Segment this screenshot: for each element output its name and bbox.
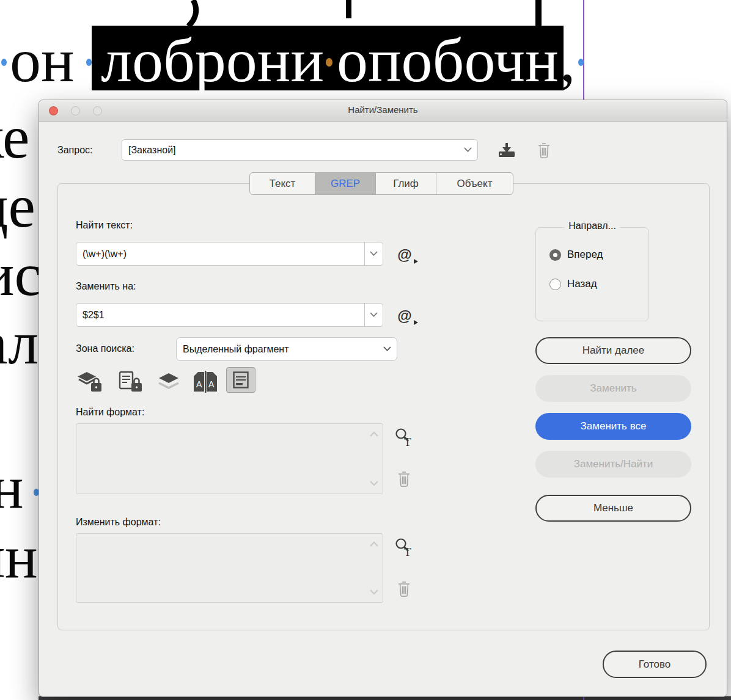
find-next-button[interactable]: Найти далее [535, 337, 691, 364]
descender-fragment [172, 0, 199, 27]
special-characters-menu-icon[interactable]: @ [392, 244, 417, 265]
include-locked-stories-icon[interactable] [116, 369, 145, 395]
direction-backward-label: Назад [567, 278, 597, 290]
scroll-up-icon [369, 539, 379, 550]
direction-forward-label: Вперед [567, 249, 603, 261]
direction-group: Направл... Вперед Назад [535, 227, 649, 321]
tab-grep[interactable]: GREP [315, 172, 376, 195]
include-master-pages-icon[interactable]: A A [191, 369, 220, 395]
chevron-down-icon [458, 147, 477, 153]
tab-object[interactable]: Объект [436, 172, 513, 195]
chevron-down-icon[interactable] [364, 304, 383, 326]
replace-with-label: Заменить на: [76, 281, 136, 292]
chevron-down-icon [377, 346, 397, 352]
space-marker [1, 59, 7, 66]
scroll-down-icon [369, 586, 379, 597]
descender-fragment [535, 0, 542, 27]
direction-legend: Направл... [536, 221, 648, 232]
clipped-text-fragment: це [0, 176, 35, 237]
fewer-options-button[interactable]: Меньше [535, 495, 691, 522]
include-footnotes-icon[interactable] [226, 367, 255, 393]
change-find-button: Заменить/Найти [535, 451, 691, 478]
replace-with-input[interactable]: $2$1 [76, 303, 383, 327]
clipped-text-fragment: н [0, 457, 24, 518]
radio-selected-icon[interactable] [549, 249, 561, 261]
find-format-list[interactable] [76, 423, 383, 494]
find-text-value: (\w+)(\w+) [76, 249, 364, 260]
replace-with-value: $2$1 [76, 310, 364, 321]
chevron-down-icon[interactable] [364, 242, 383, 265]
selected-word[interactable]: лоброни [101, 29, 324, 92]
clipped-text-fragment: ис [0, 244, 42, 305]
include-locked-layers-icon[interactable] [76, 369, 105, 395]
search-scope-label: Зона поиска: [76, 343, 134, 354]
radio-unselected-icon[interactable] [549, 279, 561, 290]
clipped-text-fragment: ал [0, 313, 39, 374]
search-scope-select[interactable]: Выделенный фрагмент [176, 337, 397, 361]
clipped-text-fragment: ке [0, 107, 29, 168]
find-replace-dialog: Найти/Заменить Запрос: [Заказной] [39, 100, 727, 697]
space-marker [86, 59, 92, 66]
query-value: [Заказной] [122, 145, 458, 156]
delete-query-icon [535, 140, 553, 160]
change-button: Заменить [535, 375, 691, 402]
query-dropdown[interactable]: [Заказной] [122, 139, 478, 161]
done-button[interactable]: Готово [603, 651, 707, 678]
document-word[interactable]: он [10, 29, 75, 92]
change-all-button[interactable]: Заменить все [535, 413, 691, 440]
specify-find-format-icon[interactable]: T [394, 426, 414, 448]
tab-text[interactable]: Текст [249, 172, 315, 195]
special-characters-menu-icon[interactable]: @ [392, 305, 417, 326]
clipped-text-fragment: ян [0, 527, 38, 588]
query-label: Запрос: [57, 145, 92, 156]
direction-backward-option[interactable]: Назад [549, 278, 597, 290]
tab-glyph[interactable]: Глиф [375, 172, 436, 195]
svg-text:A: A [196, 379, 202, 389]
clear-change-format-icon [395, 579, 413, 599]
dialog-titlebar[interactable]: Найти/Заменить [39, 100, 727, 122]
include-hidden-layers-icon[interactable] [154, 369, 183, 395]
svg-text:A: A [208, 379, 215, 389]
specify-change-format-icon[interactable]: T [394, 536, 414, 558]
change-format-list[interactable] [76, 533, 383, 603]
change-format-label: Изменить формат: [76, 517, 161, 528]
clear-find-format-icon [395, 469, 413, 489]
mode-tabs: Текст GREP Глиф Объект [249, 172, 513, 195]
search-scope-value: Выделенный фрагмент [177, 344, 377, 355]
svg-text:T: T [404, 436, 411, 448]
selected-word[interactable]: опобочн [337, 29, 559, 92]
space-marker [578, 59, 584, 66]
descender-fragment [346, 0, 351, 18]
document-punctuation[interactable]: , [560, 29, 576, 92]
find-text-input[interactable]: (\w+)(\w+) [76, 242, 383, 266]
find-format-label: Найти формат: [76, 407, 144, 418]
direction-forward-option[interactable]: Вперед [549, 249, 603, 261]
screen: он лоброни опобочн , ке це ис ал н ян На… [0, 0, 731, 700]
save-query-icon[interactable] [496, 140, 517, 160]
scroll-down-icon [369, 478, 379, 489]
scroll-up-icon [369, 429, 379, 440]
find-text-label: Найти текст: [76, 220, 133, 231]
space-marker-highlighted [326, 58, 332, 67]
svg-text:T: T [404, 545, 411, 558]
dialog-title: Найти/Заменить [39, 104, 727, 115]
